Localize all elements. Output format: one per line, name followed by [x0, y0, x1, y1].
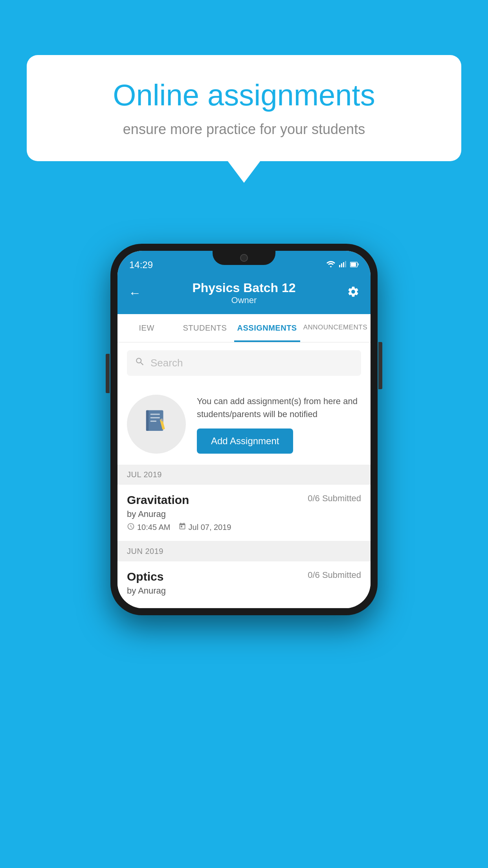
- search-placeholder: Search: [150, 357, 183, 369]
- batch-title: Physics Batch 12: [192, 281, 295, 295]
- wifi-icon: [327, 261, 335, 269]
- section-header-jun: JUN 2019: [117, 541, 371, 561]
- svg-rect-10: [150, 420, 156, 421]
- tab-students[interactable]: STUDENTS: [176, 314, 234, 342]
- phone-screen: 14:29: [117, 251, 371, 608]
- assignment-title: Gravitation: [127, 493, 189, 507]
- speech-bubble-container: Online assignments ensure more practice …: [27, 55, 461, 161]
- assignment-author-optics: by Anurag: [127, 586, 361, 596]
- camera: [240, 254, 248, 262]
- svg-rect-5: [351, 263, 356, 267]
- section-header-jul: JUL 2019: [117, 465, 371, 485]
- svg-rect-7: [146, 410, 149, 431]
- info-section: You can add assignment(s) from here and …: [117, 384, 371, 465]
- clock-icon: [127, 522, 135, 532]
- assignment-submitted-optics: 0/6 Submitted: [308, 570, 361, 580]
- add-assignment-button[interactable]: Add Assignment: [197, 428, 293, 454]
- search-bar[interactable]: Search: [127, 350, 361, 376]
- tabs-container: IEW STUDENTS ASSIGNMENTS ANNOUNCEMENTS: [117, 314, 371, 342]
- calendar-icon: [178, 522, 186, 532]
- assignment-title-optics: Optics: [127, 570, 163, 583]
- back-button[interactable]: ←: [128, 286, 141, 300]
- assignment-item-gravitation[interactable]: Gravitation 0/6 Submitted by Anurag 10:4…: [117, 485, 371, 541]
- assignment-date: Jul 07, 2019: [178, 522, 231, 532]
- search-icon: [135, 357, 145, 370]
- speech-bubble-subtitle: ensure more practice for your students: [54, 121, 434, 138]
- notebook-icon: [143, 408, 170, 441]
- phone-notch: [213, 251, 275, 265]
- phone-outer: 14:29: [110, 244, 378, 615]
- speech-bubble: Online assignments ensure more practice …: [27, 55, 461, 161]
- header-title-container: Physics Batch 12 Owner: [192, 281, 295, 305]
- settings-button[interactable]: [347, 285, 360, 301]
- search-container: Search: [117, 342, 371, 384]
- svg-rect-0: [339, 265, 340, 267]
- assignment-row-top: Gravitation 0/6 Submitted: [127, 493, 361, 507]
- info-text-container: You can add assignment(s) from here and …: [197, 395, 361, 454]
- assignment-item-optics[interactable]: Optics 0/6 Submitted by Anurag: [117, 561, 371, 608]
- batch-subtitle: Owner: [192, 295, 295, 305]
- tab-view[interactable]: IEW: [117, 314, 176, 342]
- status-icons: [327, 261, 359, 269]
- status-time: 14:29: [129, 259, 153, 270]
- svg-rect-8: [150, 414, 160, 415]
- svg-rect-2: [343, 262, 344, 267]
- assignment-time: 10:45 AM: [127, 522, 171, 532]
- phone-container: 14:29: [110, 244, 378, 615]
- signal-icon: [339, 261, 346, 269]
- assignment-author: by Anurag: [127, 509, 361, 519]
- assignment-meta: 10:45 AM Jul 07, 2019: [127, 522, 361, 532]
- assignment-row-top-optics: Optics 0/6 Submitted: [127, 570, 361, 583]
- app-header: ← Physics Batch 12 Owner: [117, 274, 371, 314]
- svg-rect-1: [341, 263, 342, 267]
- battery-icon: [350, 261, 359, 269]
- assignment-icon-circle: [127, 395, 186, 454]
- svg-rect-3: [345, 261, 346, 267]
- svg-rect-9: [150, 417, 160, 418]
- info-description: You can add assignment(s) from here and …: [197, 395, 361, 421]
- assignment-submitted: 0/6 Submitted: [308, 493, 361, 504]
- speech-bubble-title: Online assignments: [54, 79, 434, 112]
- tab-assignments[interactable]: ASSIGNMENTS: [234, 314, 300, 342]
- tab-announcements[interactable]: ANNOUNCEMENTS: [300, 314, 371, 342]
